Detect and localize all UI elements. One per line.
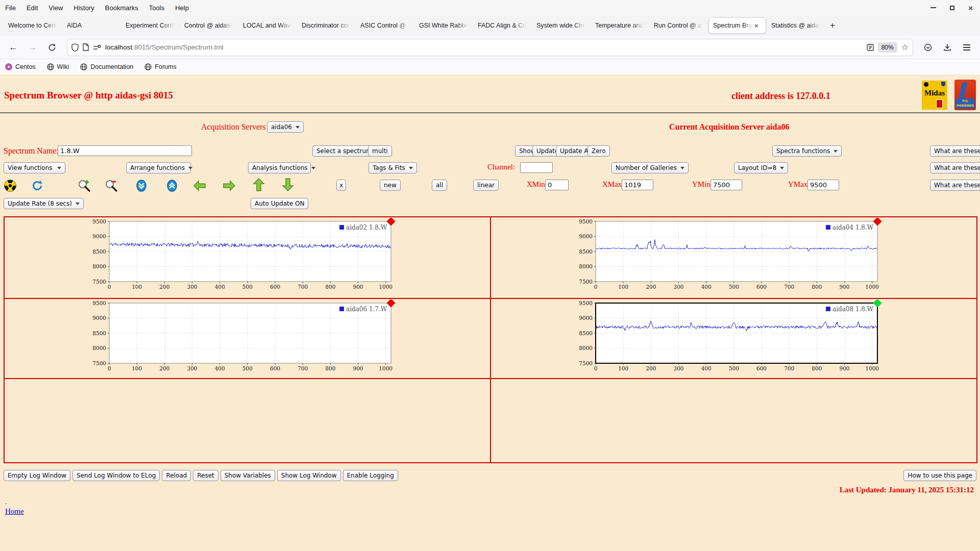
menu-edit[interactable]: Edit: [27, 4, 38, 12]
all-button[interactable]: all: [432, 180, 447, 191]
empty-log-window-button[interactable]: Empty Log Window: [4, 470, 70, 481]
reader-mode-icon[interactable]: [867, 44, 874, 51]
reload-icon[interactable]: [45, 40, 59, 55]
zoom-in-icon[interactable]: [78, 179, 91, 192]
reset-button[interactable]: Reset: [193, 470, 218, 481]
bookmark-documentation[interactable]: Documentation: [80, 63, 133, 70]
close-window-icon[interactable]: ×: [968, 4, 973, 12]
bookmark-centos[interactable]: Centos: [5, 63, 36, 70]
url-text[interactable]: localhost:8015/Spectrum/Spectrum.tml: [105, 43, 863, 51]
spectrum-chart-aida04[interactable]: 0100200300400500600700800900100075008000…: [569, 218, 898, 296]
menu-history[interactable]: History: [74, 4, 94, 12]
number-of-galleries-select[interactable]: Number of Galleries: [611, 162, 689, 173]
bookmark-wiki[interactable]: Wiki: [47, 63, 69, 70]
tab-asic-control[interactable]: ASIC Control @ a: [356, 17, 414, 34]
maximize-icon[interactable]: [950, 6, 954, 10]
tab-spectrum-browser-active[interactable]: Spectrum Brow ×: [708, 17, 766, 34]
spectrum-name-input[interactable]: [58, 145, 192, 156]
page-info-icon[interactable]: [83, 43, 89, 51]
layout-id-select[interactable]: Layout ID=8: [734, 162, 788, 173]
new-tab-button[interactable]: +: [826, 19, 839, 32]
tab-statistics[interactable]: Statistics @ aidas: [767, 17, 825, 34]
tab-gsi-white-rabbit[interactable]: GSI White Rabbit: [415, 17, 473, 34]
tab-system-wide[interactable]: System wide Che: [532, 17, 590, 34]
what-are-these-button-1[interactable]: What are these?: [930, 145, 980, 157]
gallery-cell-empty-2[interactable]: [491, 379, 977, 463]
linear-button[interactable]: linear: [473, 180, 499, 191]
spectrum-chart-aida08[interactable]: 0100200300400500600700800900100075008000…: [569, 299, 898, 378]
tab-run-control[interactable]: Run Control @ ai: [650, 17, 707, 34]
what-are-these-button-2[interactable]: What are these?: [930, 162, 980, 173]
gallery-cell-aida08[interactable]: 0100200300400500600700800900100075008000…: [491, 298, 977, 379]
move-left-icon[interactable]: [193, 179, 206, 192]
bookmark-star-icon[interactable]: ☆: [901, 42, 909, 52]
gallery-cell-aida06[interactable]: 0100200300400500600700800900100075008000…: [4, 298, 491, 379]
zero-button[interactable]: Zero: [587, 145, 610, 157]
analysis-functions-select[interactable]: Analysis functions: [248, 162, 311, 173]
midas-logo[interactable]: Midas: [922, 81, 947, 110]
new-button[interactable]: new: [380, 180, 401, 191]
home-link[interactable]: Home: [5, 507, 24, 516]
tab-welcome-centos[interactable]: Welcome to Cent: [4, 17, 62, 34]
tab-control-aidas[interactable]: Control @ aidas-g: [180, 17, 238, 34]
spectrum-chart-aida02[interactable]: 0100200300400500600700800900100075008000…: [83, 218, 412, 296]
menu-help[interactable]: Help: [175, 4, 189, 12]
tags-fits-select[interactable]: Tags & Fits: [369, 162, 417, 173]
tab-experiment-control[interactable]: Experiment Contr: [121, 17, 179, 34]
ymax-input[interactable]: [807, 180, 839, 190]
spectrum-chart-aida06[interactable]: 0100200300400500600700800900100075008000…: [83, 299, 412, 378]
radiation-icon[interactable]: [4, 179, 17, 192]
how-to-use-button[interactable]: How to use this page: [903, 470, 976, 481]
menu-file[interactable]: File: [5, 4, 16, 12]
auto-update-button[interactable]: Auto Update ON: [251, 198, 308, 209]
xmin-input[interactable]: [545, 180, 569, 190]
gallery-cell-empty-1[interactable]: [4, 379, 491, 463]
acquisition-server-select[interactable]: aida06: [267, 121, 304, 133]
scroll-down-icon[interactable]: [135, 179, 148, 192]
ymin-input[interactable]: [710, 180, 742, 190]
downloads-icon[interactable]: [940, 40, 954, 55]
tab-temperature[interactable]: Temperature and: [591, 17, 649, 34]
menu-view[interactable]: View: [48, 4, 63, 12]
view-functions-select[interactable]: View functions: [4, 162, 65, 173]
menu-bookmarks[interactable]: Bookmarks: [105, 4, 138, 12]
app-menu-icon[interactable]: [960, 40, 974, 55]
url-bar[interactable]: localhost:8015/Spectrum/Spectrum.tml 80%…: [67, 39, 913, 56]
channel-input[interactable]: [520, 162, 553, 173]
scroll-up-icon[interactable]: [165, 179, 179, 192]
what-are-these-button-3[interactable]: What are these?: [930, 180, 980, 191]
enable-logging-button[interactable]: Enable Logging: [343, 470, 398, 481]
send-log-to-elog-button[interactable]: Send Log Window to ELog: [72, 470, 160, 481]
spectra-functions-select[interactable]: Spectra functions: [772, 145, 842, 157]
tcl-logo[interactable]: TCL POWERED: [954, 80, 976, 110]
x-button[interactable]: x: [336, 180, 346, 191]
pocket-icon[interactable]: [921, 40, 935, 55]
tab-fadc-align[interactable]: FADC Align & Co: [474, 17, 531, 34]
arrange-functions-select[interactable]: Arrange functions: [126, 162, 191, 173]
permissions-icon[interactable]: [93, 44, 101, 51]
reload-button[interactable]: Reload: [162, 470, 191, 481]
move-right-icon[interactable]: [223, 179, 236, 192]
back-icon[interactable]: ←: [6, 40, 20, 55]
move-up-icon[interactable]: [252, 178, 265, 191]
show-variables-button[interactable]: Show Variables: [220, 470, 275, 481]
move-down-icon[interactable]: [281, 178, 295, 191]
zoom-out-icon[interactable]: [105, 179, 118, 192]
multi-button[interactable]: multi: [368, 145, 392, 157]
show-log-window-button[interactable]: Show Log Window: [277, 470, 341, 481]
tab-aida[interactable]: AIDA: [63, 17, 120, 34]
shield-icon[interactable]: [71, 43, 79, 52]
tab-discriminator[interactable]: Discriminator con: [298, 17, 355, 34]
tab-close-icon[interactable]: ×: [754, 22, 758, 30]
zoom-level-badge[interactable]: 80%: [878, 42, 897, 53]
gallery-cell-aida04[interactable]: 0100200300400500600700800900100075008000…: [491, 217, 977, 298]
xmax-input[interactable]: [622, 180, 653, 190]
gallery-cell-aida02[interactable]: 0100200300400500600700800900100075008000…: [4, 217, 491, 298]
forward-icon[interactable]: →: [26, 40, 40, 55]
refresh-icon[interactable]: [31, 179, 44, 192]
minimize-icon[interactable]: [930, 7, 936, 8]
tab-local-wave[interactable]: LOCAL and Wave: [239, 17, 297, 34]
menu-tools[interactable]: Tools: [149, 4, 164, 12]
bookmark-forums[interactable]: Forums: [144, 63, 176, 70]
update-rate-select[interactable]: Update Rate (8 secs): [4, 198, 84, 209]
